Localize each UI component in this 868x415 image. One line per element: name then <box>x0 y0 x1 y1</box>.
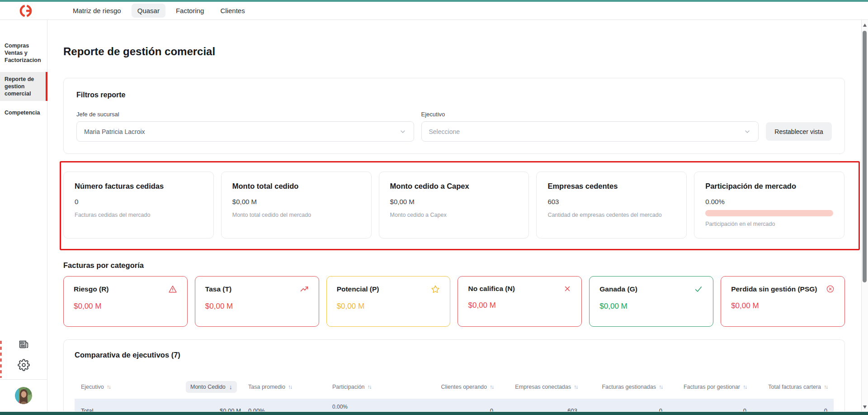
total-clientes-operando: 0 <box>415 407 493 412</box>
column-header-monto-cedido[interactable]: Monto Cedido↓ <box>186 381 241 393</box>
kpi-value: $0,00 M <box>232 198 360 205</box>
category-card-no-califica: No califica (N) $0,00 M <box>458 276 582 327</box>
kpi-card-monto-capex: Monto cedido a Capex $0,00 M Monto cedid… <box>379 172 529 239</box>
sort-icon: ↑↓ <box>107 384 110 390</box>
jefe-de-sucursal-label: Jefe de sucursal <box>76 111 414 118</box>
column-header-total-facturas-cartera[interactable]: Total facturas cartera↑↓ <box>746 384 834 390</box>
kpi-row: Número facturas cedidas 0 Facturas cedid… <box>63 172 844 239</box>
kpi-subtitle: Participación en el mercado <box>705 221 833 227</box>
category-title: Tasa (T) <box>205 285 231 293</box>
scroll-down-arrow-icon[interactable] <box>863 405 867 409</box>
x-circle-icon <box>826 285 835 293</box>
kpi-value: 0 <box>75 198 203 205</box>
executives-table-card: Comparativa de ejecutivos (7) Ejecutivo↑… <box>63 339 845 411</box>
tab-matriz-de-riesgo[interactable]: Matriz de riesgo <box>67 4 127 18</box>
category-value: $0,00 M <box>468 301 571 310</box>
scrollbar-thumb[interactable] <box>863 31 867 282</box>
kpi-subtitle: Facturas cedidas del mercado <box>75 212 203 218</box>
chevron-down-icon <box>399 128 406 135</box>
kpi-card-empresas-cedentes: Empresas cedentes 603 Cantidad de empres… <box>536 172 687 239</box>
table-header-row: Ejecutivo↑↓ Monto Cedido↓ Tasa promedio↑… <box>75 381 834 399</box>
red-dashed-edge-marker <box>0 341 2 378</box>
newspaper-icon[interactable] <box>18 339 29 350</box>
sidebar: Compras Ventas y Factorizacion Reporte d… <box>0 20 47 411</box>
column-header-ejecutivo[interactable]: Ejecutivo↑↓ <box>75 384 186 390</box>
ejecutivo-placeholder: Seleccione <box>429 128 460 135</box>
category-title: Ganada (G) <box>599 285 637 293</box>
category-card-perdida-sin-gestion: Perdida sin gestión (PSG) $0,00 M <box>721 276 845 327</box>
tab-quasar[interactable]: Quasar <box>132 4 165 18</box>
reset-view-button[interactable]: Restablecer vista <box>766 122 832 141</box>
sidebar-item-competencia[interactable]: Competencia <box>0 105 47 120</box>
category-value: $0,00 M <box>205 302 309 311</box>
total-monto-cedido: $0,00 M <box>186 407 241 412</box>
category-card-tasa: Tasa (T) $0,00 M <box>195 276 319 327</box>
sort-icon: ↑↓ <box>368 384 371 390</box>
jefe-de-sucursal-select[interactable]: Maria Patricia Lacroix <box>76 121 414 142</box>
star-icon <box>431 285 440 294</box>
total-facturas-cartera: 0 <box>746 407 834 412</box>
ejecutivo-select[interactable]: Seleccione <box>421 121 759 142</box>
total-participacion-value: 0.00% <box>332 404 415 410</box>
kpi-subtitle: Monto cedido a Capex <box>390 212 518 218</box>
kpi-value: 0.00% <box>705 198 833 205</box>
category-title: Perdida sin gestión (PSG) <box>731 285 817 293</box>
kpi-value: $0,00 M <box>390 198 518 205</box>
brand-logo-icon[interactable] <box>19 4 33 18</box>
total-participacion-cell: 0.00% <box>331 404 415 411</box>
kpi-value: 603 <box>547 198 675 205</box>
kpi-title: Participación de mercado <box>705 182 833 191</box>
total-label: Total <box>75 407 186 412</box>
sidebar-item-reporte-gestion[interactable]: Reporte de gestion comercial <box>0 72 47 101</box>
filters-card: Filtros reporte Jefe de sucursal Maria P… <box>63 78 845 154</box>
table-total-row: Total $0,00 M 0.00% 0.00% 0 603 0 0 0 <box>75 399 834 411</box>
column-header-facturas-gestionadas[interactable]: Facturas gestionadas↑↓ <box>577 384 662 390</box>
column-header-tasa-promedio[interactable]: Tasa promedio↑↓ <box>241 384 331 390</box>
vertical-scrollbar[interactable] <box>861 20 868 411</box>
sidebar-item-compras-ventas[interactable]: Compras Ventas y Factorizacion <box>0 38 47 67</box>
category-card-ganada: Ganada (G) $0,00 M <box>589 276 713 327</box>
column-header-participacion[interactable]: Participación↑↓ <box>331 384 415 390</box>
kpi-card-participacion-mercado: Participación de mercado 0.00% Participa… <box>694 172 844 239</box>
sort-desc-icon: ↓ <box>229 383 232 391</box>
user-avatar[interactable] <box>15 387 32 404</box>
column-header-facturas-por-gestionar[interactable]: Facturas por gestionar↑↓ <box>662 384 746 390</box>
trending-up-icon <box>300 285 309 294</box>
top-navbar: Matriz de riesgo Quasar Factoring Client… <box>0 2 868 20</box>
tab-clientes[interactable]: Clientes <box>214 4 250 18</box>
kpi-card-monto-total: Monto total cedido $0,00 M Monto total c… <box>221 172 372 239</box>
category-title: No califica (N) <box>468 285 514 293</box>
kpi-card-numero-facturas: Número facturas cedidas 0 Facturas cedid… <box>63 172 214 239</box>
scroll-up-arrow-icon[interactable] <box>863 24 867 27</box>
main-tabs: Matriz de riesgo Quasar Factoring Client… <box>67 4 251 18</box>
page-title: Reporte de gestión comercial <box>63 45 845 58</box>
column-header-clientes-operando[interactable]: Clientes operando↑↓ <box>415 384 493 390</box>
kpi-title: Número facturas cedidas <box>75 182 203 191</box>
tab-factoring[interactable]: Factoring <box>170 4 210 18</box>
field-jefe-de-sucursal: Jefe de sucursal Maria Patricia Lacroix <box>76 111 414 142</box>
sort-icon: ↑↓ <box>824 384 827 390</box>
red-annotation-rectangle: Número facturas cedidas 0 Facturas cedid… <box>60 161 860 250</box>
category-card-riesgo: Riesgo (R) $0,00 M <box>63 276 188 327</box>
category-card-potencial: Potencial (P) $0,00 M <box>326 276 451 327</box>
kpi-title: Empresas cedentes <box>547 182 675 191</box>
total-facturas-por-gestionar: 0 <box>662 407 746 412</box>
kpi-title: Monto total cedido <box>232 182 360 191</box>
gear-icon[interactable] <box>18 359 30 371</box>
column-header-empresas-conectadas[interactable]: Empresas conectadas↑↓ <box>493 384 577 390</box>
sort-icon: ↑↓ <box>288 384 292 390</box>
sort-icon: ↑↓ <box>659 384 662 390</box>
category-title: Potencial (P) <box>337 285 379 293</box>
x-icon <box>563 285 571 293</box>
check-icon <box>694 285 703 294</box>
sort-icon: ↑↓ <box>574 384 577 390</box>
category-value: $0,00 M <box>599 302 703 311</box>
sort-icon: ↑↓ <box>743 384 746 390</box>
filters-title: Filtros reporte <box>76 91 832 99</box>
category-value: $0,00 M <box>337 302 440 311</box>
sort-icon: ↑↓ <box>490 384 493 390</box>
executives-table-title: Comparativa de ejecutivos (7) <box>75 351 834 359</box>
categories-section-title: Facturas por categoría <box>63 261 845 270</box>
sidebar-divider <box>0 379 47 380</box>
total-empresas-conectadas: 603 <box>493 407 577 412</box>
